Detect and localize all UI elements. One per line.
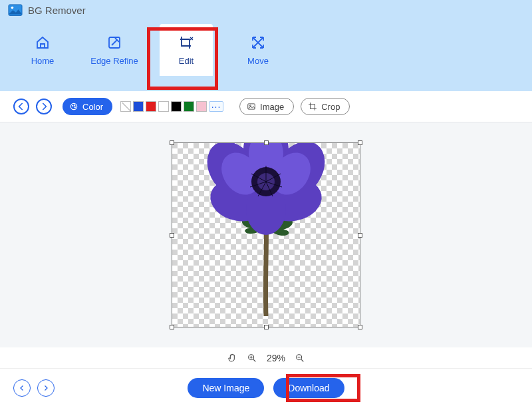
svg-point-5: [74, 105, 75, 106]
new-image-label: New Image: [202, 383, 249, 393]
edit-toolbar: Color ··· Image Crop: [0, 91, 532, 122]
next-image-button[interactable]: [37, 379, 55, 397]
undo-button[interactable]: [13, 99, 29, 114]
zoom-controls: 29%: [0, 347, 532, 369]
nav-move-label: Move: [247, 56, 269, 66]
zoom-in-icon[interactable]: [247, 353, 257, 363]
crop-icon: [308, 102, 317, 111]
flower-image: [186, 143, 346, 323]
resize-handle-sw[interactable]: [170, 325, 174, 329]
image-tool-label: Image: [260, 102, 284, 112]
app-logo-icon: [8, 4, 23, 16]
svg-point-1: [11, 7, 14, 9]
redo-arrow-icon: [37, 100, 51, 113]
resize-handle-w[interactable]: [170, 233, 174, 238]
swatch-black[interactable]: [171, 101, 182, 112]
download-label: Download: [288, 383, 329, 393]
crop-tool-label: Crop: [321, 102, 340, 112]
redo-button[interactable]: [36, 99, 52, 114]
color-tool-button[interactable]: Color: [63, 98, 112, 115]
palette-icon: [69, 102, 78, 111]
resize-handle-ne[interactable]: [358, 140, 362, 145]
edit-crop-icon: [178, 35, 194, 51]
svg-point-6: [74, 107, 75, 108]
swatch-green[interactable]: [184, 101, 194, 112]
resize-handle-se[interactable]: [358, 325, 362, 329]
image-tool-button[interactable]: Image: [239, 98, 294, 115]
zoom-value: 29%: [267, 353, 285, 363]
svg-line-28: [253, 359, 255, 361]
nav-home-label: Home: [31, 56, 55, 66]
svg-point-3: [70, 103, 76, 109]
swatch-none[interactable]: [120, 101, 131, 112]
download-button[interactable]: Download: [273, 378, 344, 398]
swatch-white[interactable]: [158, 101, 169, 112]
nav-home[interactable]: Home: [16, 24, 69, 76]
home-icon: [35, 35, 51, 51]
nav-edge-refine[interactable]: Edge Refine: [88, 24, 141, 76]
edge-refine-icon: [106, 35, 122, 51]
resize-handle-e[interactable]: [358, 233, 362, 238]
swatch-red[interactable]: [146, 101, 156, 112]
nav-edge-refine-label: Edge Refine: [90, 56, 138, 66]
resize-handle-s[interactable]: [264, 325, 269, 329]
app-header: BG Remover Home Edge Refine Edit Move: [0, 0, 532, 91]
chevron-left-icon: [18, 384, 26, 392]
zoom-out-icon[interactable]: [295, 353, 305, 363]
undo-arrow-icon: [15, 100, 28, 113]
chevron-right-icon: [42, 384, 50, 392]
color-tool-label: Color: [82, 102, 103, 112]
swatch-blue[interactable]: [133, 101, 144, 112]
resize-handle-nw[interactable]: [170, 140, 174, 145]
app-title: BG Remover: [28, 5, 86, 16]
hand-pan-icon[interactable]: [227, 353, 237, 363]
selection-bounds[interactable]: [172, 142, 360, 327]
main-nav: Home Edge Refine Edit Move: [0, 20, 532, 76]
nav-edit[interactable]: Edit: [160, 24, 213, 76]
image-icon: [247, 102, 256, 111]
svg-line-32: [301, 359, 303, 361]
nav-edit-label: Edit: [179, 56, 194, 66]
prev-image-button[interactable]: [13, 379, 31, 397]
canvas-area[interactable]: [0, 122, 532, 347]
footer-actions: New Image Download: [0, 378, 532, 398]
new-image-button[interactable]: New Image: [188, 378, 264, 398]
footer-bar: New Image Download: [0, 369, 532, 407]
resize-handle-n[interactable]: [264, 140, 269, 145]
title-bar: BG Remover: [0, 0, 532, 20]
canvas-subject[interactable]: [172, 143, 360, 327]
swatch-pink[interactable]: [196, 101, 207, 112]
color-swatches: ···: [120, 101, 223, 112]
move-icon: [250, 35, 266, 51]
swatch-more[interactable]: ···: [209, 101, 223, 112]
crop-tool-button[interactable]: Crop: [301, 98, 350, 115]
svg-point-4: [72, 105, 73, 106]
nav-move[interactable]: Move: [231, 24, 285, 76]
